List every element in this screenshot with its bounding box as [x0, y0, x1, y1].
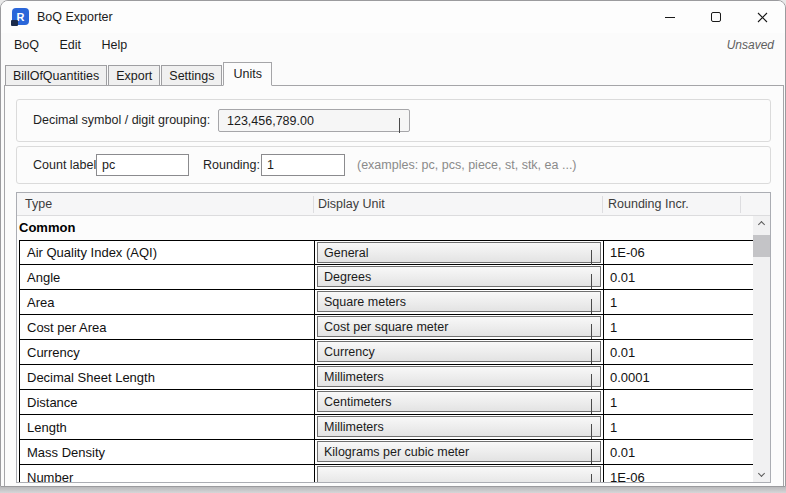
type-cell: Angle: [20, 265, 315, 289]
type-cell: Currency: [20, 340, 315, 364]
menu-bar-items: BoQ Edit Help: [6, 33, 135, 57]
display-unit-dropdown[interactable]: General: [317, 242, 601, 263]
chevron-down-icon: [591, 474, 592, 482]
app-icon-badge: [11, 20, 18, 26]
rounding-cell[interactable]: 0.0001: [604, 365, 753, 389]
display-unit-dropdown[interactable]: Square meters: [317, 291, 601, 312]
unit-cell: Millimeters: [315, 365, 604, 389]
decimal-symbol-value: 123,456,789.00: [227, 114, 314, 128]
display-unit-dropdown[interactable]: Degrees: [317, 266, 601, 287]
tab-units[interactable]: Units: [223, 62, 271, 86]
rounding-cell[interactable]: 0.01: [604, 340, 753, 364]
menu-bar: BoQ Edit Help Unsaved: [1, 33, 785, 60]
header-separator: [740, 196, 741, 213]
table-row: Decimal Sheet Length Millimeters 0.0001: [19, 365, 753, 390]
maximize-button[interactable]: [693, 1, 739, 33]
chevron-up-icon: [758, 221, 765, 228]
vertical-scrollbar[interactable]: [753, 216, 770, 482]
unit-cell: Currency: [315, 340, 604, 364]
app-window: R BoQ Exporter BoQ Edit Help Unsaved Bil…: [0, 0, 786, 487]
tab-billofquantities[interactable]: BillOfQuantities: [5, 65, 107, 86]
rounding-cell[interactable]: 1E-06: [604, 465, 753, 482]
display-unit-value: Cost per square meter: [324, 320, 448, 334]
scroll-up-button[interactable]: [753, 216, 770, 233]
decimal-groupbox: Decimal symbol / digit grouping: 123,456…: [16, 99, 771, 142]
chevron-down-icon: [758, 470, 765, 477]
rounding-cell[interactable]: 1: [604, 290, 753, 314]
column-header-unit[interactable]: Display Unit: [318, 193, 385, 216]
menu-item[interactable]: BoQ: [6, 33, 47, 57]
tab-strip: BillOfQuantities Export Settings Units: [5, 62, 273, 86]
display-unit-dropdown[interactable]: Centimeters: [317, 391, 601, 412]
display-unit-dropdown[interactable]: Millimeters: [317, 366, 601, 387]
tab-export[interactable]: Export: [108, 65, 160, 86]
display-unit-value: Millimeters: [324, 420, 384, 434]
unsaved-status: Unsaved: [727, 38, 774, 52]
chevron-down-icon: [591, 349, 592, 363]
type-cell: Mass Density: [20, 440, 315, 464]
units-table: Type Display Unit Rounding Incr. Common …: [16, 192, 771, 483]
title-bar[interactable]: R BoQ Exporter: [1, 1, 785, 33]
menu-item[interactable]: Edit: [51, 33, 89, 57]
chevron-down-icon: [591, 449, 592, 463]
table-row: Air Quality Index (AQI) General 1E-06: [19, 240, 753, 265]
type-cell: Air Quality Index (AQI): [20, 241, 315, 264]
rounding-cell[interactable]: 1: [604, 390, 753, 414]
taskbar-edge: [0, 487, 786, 493]
chevron-down-icon: [591, 250, 592, 264]
rounding-cell[interactable]: 1: [604, 315, 753, 339]
decimal-symbol-dropdown[interactable]: 123,456,789.00: [218, 109, 410, 132]
count-rounding-input[interactable]: [261, 154, 345, 176]
unit-cell: Centimeters: [315, 390, 604, 414]
rounding-label: Rounding:: [203, 158, 260, 172]
display-unit-value: General: [324, 246, 368, 260]
chevron-down-icon: [591, 274, 592, 288]
chevron-down-icon: [591, 324, 592, 338]
column-header-rounding[interactable]: Rounding Incr.: [608, 193, 689, 216]
minimize-button[interactable]: [647, 1, 693, 33]
unit-cell: Degrees: [315, 265, 604, 289]
header-separator: [602, 196, 603, 213]
chevron-down-icon: [591, 399, 592, 413]
count-label-input[interactable]: [96, 154, 189, 176]
close-button[interactable]: [739, 1, 785, 33]
table-row: Currency Currency 0.01: [19, 340, 753, 365]
display-unit-dropdown[interactable]: Cost per square meter: [317, 316, 601, 337]
count-groupbox: Count label: Rounding: (examples: pc, pc…: [16, 146, 771, 184]
type-cell: Decimal Sheet Length: [20, 365, 315, 389]
maximize-icon: [711, 12, 721, 22]
rounding-cell[interactable]: 1E-06: [604, 241, 753, 264]
display-unit-value: Centimeters: [324, 395, 391, 409]
table-row: Cost per Area Cost per square meter 1: [19, 315, 753, 340]
tab-settings[interactable]: Settings: [161, 65, 222, 86]
rounding-cell[interactable]: 1: [604, 415, 753, 439]
unit-cell: Millimeters: [315, 415, 604, 439]
rounding-cell[interactable]: 0.01: [604, 440, 753, 464]
type-cell: Distance: [20, 390, 315, 414]
scroll-down-button[interactable]: [753, 465, 770, 482]
menu-item[interactable]: Help: [93, 33, 135, 57]
group-header-row: Common: [17, 216, 753, 240]
display-unit-value: Currency: [324, 345, 375, 359]
units-table-body: Common Air Quality Index (AQI) General 1…: [17, 216, 753, 482]
table-row: Length Millimeters 1: [19, 415, 753, 440]
type-cell: Area: [20, 290, 315, 314]
chevron-down-icon: [399, 118, 400, 132]
display-unit-dropdown[interactable]: [317, 466, 601, 482]
app-icon: R: [12, 8, 29, 25]
chevron-down-icon: [591, 424, 592, 438]
count-examples-hint: (examples: pc, pcs, piece, st, stk, ea .…: [357, 158, 577, 172]
chevron-down-icon: [591, 299, 592, 313]
display-unit-dropdown[interactable]: Kilograms per cubic meter: [317, 441, 601, 462]
units-table-header: Type Display Unit Rounding Incr.: [17, 193, 770, 216]
display-unit-dropdown[interactable]: Millimeters: [317, 416, 601, 437]
type-cell: Cost per Area: [20, 315, 315, 339]
unit-cell: [315, 465, 604, 482]
rounding-cell[interactable]: 0.01: [604, 265, 753, 289]
column-header-type[interactable]: Type: [25, 193, 52, 216]
scrollbar-thumb[interactable]: [753, 235, 770, 257]
display-unit-value: Millimeters: [324, 370, 384, 384]
header-separator: [313, 196, 314, 213]
unit-cell: General: [315, 241, 604, 264]
display-unit-dropdown[interactable]: Currency: [317, 341, 601, 362]
